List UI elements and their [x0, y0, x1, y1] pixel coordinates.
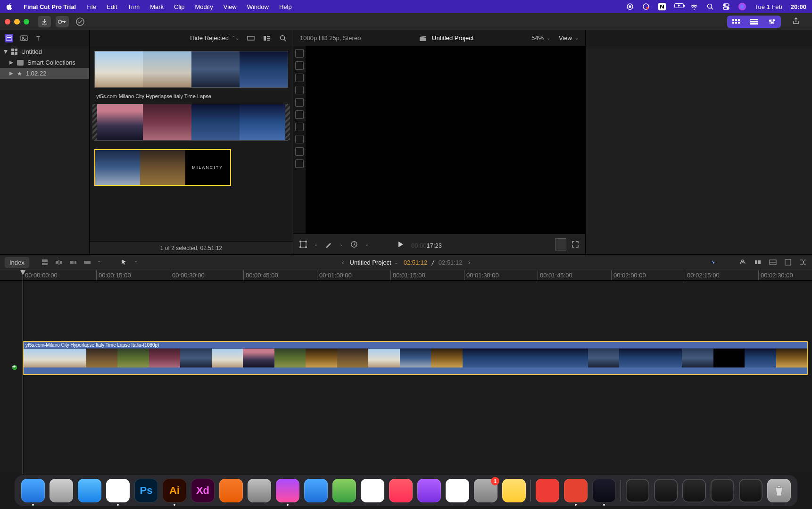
chevron-left-icon[interactable]: ‹ — [342, 259, 344, 266]
timeline-clip[interactable]: yt5s.com-Milano City Hyperlapse Italy Ti… — [23, 341, 808, 375]
workspace-browser-button[interactable] — [727, 16, 745, 28]
dock-app-photoshop[interactable]: Ps — [134, 479, 158, 502]
menubar-app-icon[interactable] — [642, 3, 650, 10]
dock-app-launchpad[interactable] — [50, 479, 73, 502]
sidebar-item-smart-collections[interactable]: Smart Collections — [0, 57, 89, 68]
menu-modify[interactable]: Modify — [195, 3, 213, 10]
dock-minimized-window[interactable] — [739, 479, 762, 502]
notion-icon[interactable] — [658, 3, 666, 10]
scope-button[interactable] — [295, 74, 304, 82]
screen-record-icon[interactable] — [626, 3, 634, 10]
dock-app-messenger[interactable] — [276, 479, 299, 502]
chevron-down-icon[interactable]: ⌄ — [97, 258, 101, 267]
timeline-index-button[interactable]: Index — [5, 257, 29, 268]
snapping-icon[interactable] — [754, 258, 762, 267]
dock-app-anydesk[interactable] — [536, 479, 559, 502]
scope-button[interactable] — [295, 98, 304, 107]
overwrite-clip-icon[interactable] — [83, 258, 91, 267]
app-name[interactable]: Final Cut Pro Trial — [24, 3, 76, 10]
scope-button[interactable] — [295, 49, 304, 58]
dock-minimized-window[interactable] — [711, 479, 734, 502]
viewer-zoom-dropdown[interactable]: 54%⌄ — [531, 34, 550, 42]
dock-app-music[interactable] — [389, 479, 413, 502]
dock-app-mail[interactable] — [304, 479, 328, 502]
battery-icon[interactable] — [674, 3, 682, 10]
import-button[interactable] — [38, 16, 51, 27]
viewer-canvas[interactable] — [306, 46, 585, 234]
menu-mark[interactable]: Mark — [150, 3, 164, 10]
scope-button[interactable] — [295, 110, 304, 119]
apple-logo-icon[interactable] — [6, 3, 13, 10]
dock-trash[interactable] — [767, 479, 791, 502]
timeline-appearance-icon[interactable] — [769, 258, 777, 267]
dock-minimized-window[interactable] — [682, 479, 706, 502]
dock-app-illustrator[interactable]: Ai — [163, 479, 186, 502]
dock-app-notes[interactable] — [502, 479, 526, 502]
timeline-project-dropdown[interactable]: Untitled Project ⌄ — [350, 259, 398, 266]
menu-view[interactable]: View — [224, 3, 237, 10]
menu-help[interactable]: Help — [279, 3, 292, 10]
transform-tool-icon[interactable] — [299, 240, 307, 249]
timeline[interactable]: 00:00:00:00 00:00:15:00 00:00:30:00 00:0… — [0, 270, 812, 474]
dock-app-photos[interactable] — [361, 479, 384, 502]
clip-appearance-icon[interactable] — [247, 34, 255, 42]
dock-app-todoist[interactable] — [564, 479, 588, 502]
siri-icon[interactable] — [738, 3, 746, 10]
dock-app-podcasts[interactable] — [417, 479, 441, 502]
fullscreen-icon[interactable] — [571, 240, 580, 249]
sidebar-item-library[interactable]: Untitled — [0, 46, 89, 57]
play-button-icon[interactable] — [396, 240, 405, 249]
transitions-browser-icon[interactable] — [799, 258, 807, 267]
retime-tool-icon[interactable] — [350, 240, 358, 249]
photos-tab-icon[interactable] — [20, 34, 28, 42]
skimming-icon[interactable] — [708, 258, 717, 267]
library-tab-icon[interactable] — [5, 34, 13, 42]
dock-app-maps[interactable] — [332, 479, 356, 502]
chevron-down-icon[interactable]: ⌄ — [340, 242, 343, 247]
browser-clip[interactable] — [94, 104, 288, 141]
titles-tab-icon[interactable]: T — [35, 34, 43, 42]
dock-minimized-window[interactable] — [626, 479, 649, 502]
keyword-button[interactable] — [56, 16, 69, 27]
control-center-icon[interactable] — [722, 3, 730, 10]
dock-app-settings[interactable]: 1 — [474, 479, 497, 502]
dock-app-krita[interactable] — [248, 479, 271, 502]
filter-dropdown[interactable]: Hide Rejected ⌃⌄ — [190, 34, 239, 42]
timeline-ruler[interactable]: 00:00:00:00 00:00:15:00 00:00:30:00 00:0… — [0, 270, 812, 281]
workspace-inspector-button[interactable] — [763, 16, 781, 28]
scope-button[interactable] — [295, 159, 304, 168]
timeline-tracks[interactable]: yt5s.com-Milano City Hyperlapse Italy Ti… — [0, 281, 812, 474]
connect-clip-icon[interactable] — [41, 258, 49, 267]
viewer-timecode[interactable]: 00:0017:23 — [411, 238, 442, 250]
sidebar-item-event[interactable]: ★ 1.02.22 — [0, 68, 89, 79]
scope-button[interactable] — [295, 135, 304, 143]
dock-app-xd[interactable]: Xd — [191, 479, 215, 502]
menubar-time[interactable]: 20:00 — [791, 3, 806, 10]
menubar-date[interactable]: Tue 1 Feb — [754, 3, 782, 10]
dock-app-numbers[interactable] — [446, 479, 469, 502]
insert-clip-icon[interactable] — [55, 258, 63, 267]
wifi-icon[interactable] — [690, 3, 698, 10]
zoom-window-button[interactable] — [24, 19, 29, 25]
spotlight-icon[interactable] — [706, 3, 714, 10]
dock-app-chrome[interactable] — [106, 479, 130, 502]
scope-button[interactable] — [295, 147, 304, 156]
menu-file[interactable]: File — [86, 3, 96, 10]
audio-meter[interactable] — [555, 238, 566, 250]
dock-minimized-window[interactable] — [654, 479, 678, 502]
browser-clip-selected[interactable]: MILANCITY — [94, 149, 231, 186]
chevron-down-icon[interactable]: ⌄ — [365, 242, 369, 247]
clips-area[interactable]: yt5s.com-Milano City Hyperlapse Italy Ti… — [90, 46, 293, 241]
viewer-view-dropdown[interactable]: View⌄ — [559, 34, 579, 42]
arrow-tool-icon[interactable] — [120, 258, 128, 267]
chevron-right-icon[interactable]: › — [468, 259, 470, 266]
menu-clip[interactable]: Clip — [174, 3, 184, 10]
effects-browser-icon[interactable] — [784, 258, 792, 267]
solo-icon[interactable] — [738, 258, 747, 267]
list-view-icon[interactable] — [263, 34, 271, 42]
workspace-timeline-button[interactable] — [745, 16, 763, 28]
menu-trim[interactable]: Trim — [128, 3, 140, 10]
enhance-tool-icon[interactable] — [324, 240, 333, 249]
dock-app-finder[interactable] — [21, 479, 45, 502]
menu-edit[interactable]: Edit — [107, 3, 117, 10]
